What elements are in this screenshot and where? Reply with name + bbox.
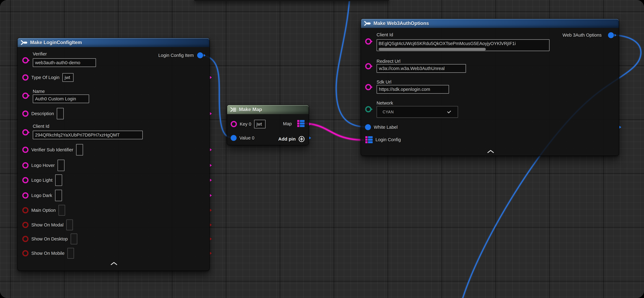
pin-label: Show On Modal (31, 222, 64, 228)
logo-light-pin[interactable] (22, 177, 28, 183)
pin-label: Login Config (376, 137, 401, 142)
node-titlebar[interactable]: Make Web3AuthOptions (361, 19, 619, 28)
name-input[interactable]: Auth0 Custom Login (33, 94, 89, 103)
node-make-loginconfigitem: Make LoginConfigItem Login Config Item V… (17, 38, 210, 271)
pin-label: Logo Dark (31, 193, 52, 198)
type-of-login-pin[interactable] (22, 74, 28, 80)
pin-label: Network (376, 100, 393, 106)
pin-label: Key 0 (240, 122, 251, 127)
verifier-pin[interactable] (22, 57, 28, 64)
add-pin-button[interactable]: Add pin (278, 136, 305, 142)
logo-dark-pin[interactable] (22, 192, 28, 198)
key-0-input[interactable]: jwt (254, 120, 266, 128)
main-option-pin[interactable] (22, 207, 28, 213)
web3auth-options-output-pin[interactable] (608, 32, 614, 38)
verifier-input[interactable]: web3auth-auth0-demo (33, 58, 96, 67)
output-pin-label: Login Config Item (158, 53, 194, 58)
pin-row-show-on-desktop: Show On Desktop (18, 233, 209, 245)
blueprint-graph-canvas[interactable]: Make LoginConfigItem Login Config Item V… (0, 0, 644, 298)
pin-label: Logo Hover (31, 163, 55, 168)
pin-label: Verifier Sub Identifier (31, 147, 73, 152)
network-selected-value: CYAN (383, 110, 394, 114)
redirect-url-pin[interactable] (365, 63, 372, 69)
pin-label: Redirect Url (376, 59, 400, 64)
main-option-checkbox[interactable] (58, 205, 65, 216)
collapse-node-chevron-icon[interactable] (110, 262, 117, 265)
pin-row-logo-dark: Logo Dark (18, 189, 209, 202)
name-pin[interactable] (22, 92, 28, 99)
map-output-pin[interactable] (297, 120, 304, 127)
login-config-pin[interactable] (365, 136, 373, 143)
pin-label: Value 0 (240, 136, 254, 140)
pin-label: Show On Mobile (31, 251, 64, 256)
client-id-pin[interactable] (22, 129, 28, 136)
pin-row-verifier-sub-identifier: Verifier Sub Identifier (18, 144, 209, 156)
client-id-pin[interactable] (365, 38, 372, 44)
logo-dark-input[interactable] (55, 190, 62, 201)
node-title: Make Web3AuthOptions (374, 20, 429, 26)
show-on-mobile-pin[interactable] (22, 250, 28, 256)
type-of-login-input[interactable]: jwt (62, 73, 74, 82)
description-pin[interactable] (22, 110, 28, 117)
verifier-sub-identifier-pin[interactable] (22, 147, 28, 153)
pin-label: Name (33, 89, 45, 94)
pin-row-key-0: Key 0 jwt (227, 118, 308, 130)
show-on-modal-checkbox[interactable] (66, 220, 73, 230)
network-dropdown[interactable]: CYAN (376, 106, 458, 118)
pin-row-main-option: Main Option (18, 204, 209, 216)
pin-label: Description (31, 111, 54, 116)
pin-row-logo-hover: Logo Hover (18, 159, 209, 172)
node-make-map: Make Map Key 0 jwt Map Value 0 Add pin (227, 105, 309, 145)
verifier-sub-identifier-input[interactable] (76, 144, 83, 156)
pin-label: White Label (374, 125, 398, 130)
output-pin-label: Web 3Auth Options (562, 32, 602, 38)
logo-light-input[interactable] (55, 174, 62, 186)
pin-row-type-of-login: Type Of Login jwt (18, 71, 209, 84)
pin-row-login-config: Login Config (361, 134, 619, 146)
pin-label: Logo Light (31, 178, 52, 183)
pin-label: Client Id (33, 124, 49, 129)
pin-row-description: Description (18, 108, 209, 120)
pin-label: Sdk Url (376, 80, 391, 85)
show-on-desktop-pin[interactable] (22, 236, 28, 242)
map-output-label: Map (283, 121, 292, 126)
pin-row-show-on-mobile: Show On Mobile (18, 247, 209, 260)
sdk-url-input[interactable]: https://sdk.openlogin.com (376, 85, 449, 94)
add-pin-plus-icon (298, 136, 305, 142)
key-0-pin[interactable] (231, 121, 237, 127)
pin-label: Verifier (33, 52, 47, 56)
show-on-mobile-checkbox[interactable] (67, 248, 74, 259)
offscreen-node-bottom-edge (194, 0, 389, 1)
pin-row-white-label: White Label (361, 121, 619, 134)
node-titlebar[interactable]: Make Map (227, 105, 308, 114)
description-input[interactable] (57, 108, 64, 120)
node-title: Make LoginConfigItem (30, 40, 82, 45)
chevron-down-icon (447, 110, 451, 114)
logo-hover-pin[interactable] (22, 162, 28, 168)
client-id-input[interactable]: 294QRkchfq2YaXUbPri7D6PH7xzHgQMT (33, 130, 143, 139)
make-struct-icon (364, 21, 371, 26)
show-on-desktop-checkbox[interactable] (70, 234, 77, 244)
pin-label: Type Of Login (31, 75, 60, 80)
node-make-web3authoptions: Make Web3AuthOptions Web 3Auth Options C… (361, 18, 619, 156)
make-struct-icon (21, 40, 28, 45)
white-label-pin[interactable] (365, 124, 371, 130)
make-container-icon (230, 107, 236, 112)
pin-row-show-on-modal: Show On Modal (18, 219, 209, 231)
node-title: Make Map (239, 107, 262, 112)
sdk-url-pin[interactable] (365, 84, 372, 90)
field-scrollbar[interactable] (378, 48, 486, 50)
value-0-pin[interactable] (231, 135, 236, 141)
pin-label: Show On Desktop (31, 236, 68, 242)
login-config-item-output-pin[interactable] (197, 52, 203, 58)
redirect-url-input[interactable]: w3a://com.w3a.Web3AuthUnreal (376, 64, 466, 73)
collapse-node-chevron-icon[interactable] (487, 150, 494, 153)
pin-label: Main Option (31, 208, 56, 213)
pin-label: Client Id (376, 32, 393, 38)
client-id-input[interactable]: BEglQSgt4cUWcj6SKRdu5QkOXTsePmMcusG5EAoy… (376, 39, 550, 51)
logo-hover-input[interactable] (58, 160, 64, 171)
add-pin-label: Add pin (278, 136, 296, 142)
node-titlebar[interactable]: Make LoginConfigItem (18, 38, 209, 47)
show-on-modal-pin[interactable] (22, 222, 28, 228)
network-pin[interactable] (365, 106, 372, 112)
